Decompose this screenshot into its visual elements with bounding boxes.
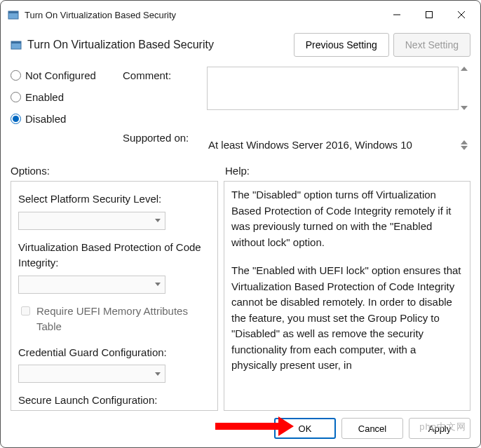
close-button[interactable] (445, 4, 477, 26)
header-row: Turn On Virtualization Based Security Pr… (1, 29, 480, 67)
radio-disabled-input[interactable] (11, 114, 21, 124)
maximize-button[interactable] (413, 4, 445, 26)
opt-platform-level-label: Select Platform Security Level: (18, 191, 210, 208)
opt-vbp-integrity-label: Virtualization Based Protection of Code … (18, 240, 210, 271)
opt-credential-guard-select[interactable] (18, 365, 165, 383)
radio-disabled[interactable]: Disabled (11, 113, 123, 125)
radio-not-configured-input[interactable] (11, 70, 21, 81)
supported-label: Supported on: (123, 129, 207, 144)
opt-platform-level-select[interactable] (18, 212, 165, 230)
comment-scroll[interactable] (459, 67, 470, 110)
radio-enabled[interactable]: Enabled (11, 91, 123, 103)
help-text-2: The "Enabled with UEFI lock" option ensu… (231, 263, 463, 374)
options-heading: Options: (11, 165, 218, 177)
comment-input[interactable] (207, 67, 459, 110)
footer: OK Cancel Apply (1, 411, 480, 447)
opt-require-uefi-checkbox[interactable] (21, 306, 30, 315)
policy-icon (11, 39, 22, 50)
options-pane[interactable]: Select Platform Security Level: Virtuali… (11, 181, 218, 411)
svg-rect-1 (8, 11, 18, 13)
chevron-down-icon (155, 372, 161, 376)
ok-button[interactable]: OK (274, 418, 336, 439)
svg-rect-7 (11, 41, 21, 43)
next-setting-button[interactable]: Next Setting (393, 33, 470, 57)
apply-button[interactable]: Apply (409, 418, 470, 439)
svg-rect-3 (426, 12, 433, 18)
policy-name: Turn On Virtualization Based Security (27, 39, 290, 51)
radio-not-configured[interactable]: Not Configured (11, 69, 123, 81)
minimize-button[interactable] (381, 4, 413, 26)
panes: Select Platform Security Level: Virtuali… (1, 181, 480, 411)
help-pane[interactable]: The "Disabled" option turns off Virtuali… (224, 181, 470, 411)
supported-scroll[interactable] (458, 140, 470, 150)
opt-vbp-integrity-select[interactable] (18, 276, 165, 294)
panes-header: Options: Help: (1, 154, 480, 181)
chevron-down-icon (155, 283, 161, 286)
policy-icon (8, 9, 19, 20)
help-text-1: The "Disabled" option turns off Virtuali… (231, 187, 463, 250)
titlebar: Turn On Virtualization Based Security (1, 1, 480, 29)
window-title: Turn On Virtualization Based Security (25, 10, 381, 20)
comment-label: Comment: (123, 67, 207, 81)
supported-value: At least Windows Server 2016, Windows 10 (207, 136, 458, 154)
policy-dialog: Turn On Virtualization Based Security Tu… (0, 0, 481, 448)
cancel-button[interactable]: Cancel (341, 418, 403, 439)
opt-secure-launch-label: Secure Launch Configuration: (18, 393, 210, 409)
radio-enabled-input[interactable] (11, 92, 21, 102)
help-heading: Help: (218, 165, 470, 177)
opt-require-uefi[interactable]: Require UEFI Memory Attributes Table (18, 304, 210, 335)
previous-setting-button[interactable]: Previous Setting (294, 33, 389, 57)
config-grid: Not Configured Enabled Disabled Comment:… (1, 67, 480, 154)
opt-credential-guard-label: Credential Guard Configuration: (18, 345, 210, 361)
chevron-down-icon (155, 219, 161, 222)
